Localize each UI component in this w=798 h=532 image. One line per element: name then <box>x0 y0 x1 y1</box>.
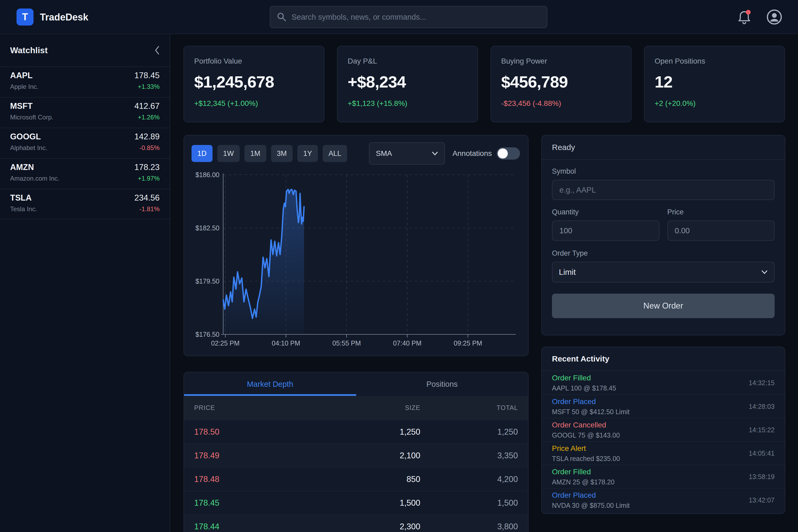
stat-card-value: +$8,234 <box>348 72 467 91</box>
new-order-button[interactable]: New Order <box>552 294 775 318</box>
watchlist-company: Alphabet Inc. <box>10 144 48 152</box>
depth-row[interactable]: 178.451,5001,500 <box>184 491 528 514</box>
chevron-left-icon <box>154 46 159 55</box>
app-logo: T <box>17 8 34 25</box>
watchlist-company: Microsoft Corp. <box>10 114 54 121</box>
timeframe-button-1m[interactable]: 1M <box>244 145 266 162</box>
column-size: SIZE <box>314 404 420 412</box>
watchlist-price: 142.89 <box>134 132 159 141</box>
timeframe-button-3m[interactable]: 3M <box>271 145 293 162</box>
depth-size: 2,300 <box>314 522 420 531</box>
depth-price: 178.49 <box>194 451 314 460</box>
search-input[interactable] <box>291 13 540 22</box>
column-total: TOTAL <box>420 404 518 412</box>
stat-card: Day P&L+$8,234+$1,123 (+15.8%) <box>337 46 478 122</box>
stat-card: Portfolio Value$1,245,678+$12,345 (+1.00… <box>184 46 324 122</box>
depth-total: 4,200 <box>420 475 518 484</box>
timeframe-button-1y[interactable]: 1Y <box>298 145 318 162</box>
watchlist-row[interactable]: TSLA234.56Tesla Inc.-1.81% <box>0 189 170 220</box>
timeframe-button-1d[interactable]: 1D <box>191 145 212 162</box>
watchlist-row[interactable]: AAPL178.45Apple Inc.+1.33% <box>0 66 170 97</box>
stat-card-value: $1,245,678 <box>194 72 314 91</box>
annotations-toggle[interactable] <box>497 147 520 159</box>
activity-time: 14:05:41 <box>749 450 775 457</box>
notifications-button[interactable] <box>737 9 752 25</box>
watchlist-items: AAPL178.45Apple Inc.+1.33%MSFT412.67Micr… <box>0 66 170 220</box>
activity-time: 14:28:03 <box>749 403 775 411</box>
tradedesk-app: T TradeDesk <box>0 0 798 532</box>
x-axis-label: 04:10 PM <box>271 339 300 347</box>
y-axis-label: $179.50 <box>195 278 220 285</box>
depth-row[interactable]: 178.492,1003,350 <box>184 443 528 467</box>
depth-row[interactable]: 178.488504,200 <box>184 467 528 491</box>
activity-status: Order Placed <box>552 491 630 499</box>
timeframe-button-1w[interactable]: 1W <box>217 145 240 162</box>
price-chart: $186.00$182.50$179.50$176.5002:25 PM04:1… <box>187 168 520 354</box>
activity-detail: MSFT 50 @ $412.50 Limit <box>552 408 630 416</box>
depth-size: 2,100 <box>314 451 420 460</box>
depth-tabs: Market Depth Positions <box>184 373 528 396</box>
timeframe-button-all[interactable]: ALL <box>323 145 347 162</box>
activity-item: Order PlacedMSFT 50 @ $412.50 Limit14:28… <box>542 395 785 418</box>
depth-total: 3,800 <box>420 522 518 531</box>
order-type-value: Limit <box>559 268 576 277</box>
order-type-select[interactable]: Limit <box>552 262 775 283</box>
watchlist-change: +1.97% <box>138 175 159 182</box>
stat-card-label: Open Positions <box>654 57 774 65</box>
annotations-label: Annotations <box>453 149 492 158</box>
watchlist-row[interactable]: GOOGL142.89Alphabet Inc.-0.85% <box>0 128 170 158</box>
activity-time: 14:32:15 <box>749 379 775 387</box>
price-field[interactable] <box>667 221 775 241</box>
stat-card: Open Positions12+2 (+20.0%) <box>644 46 785 122</box>
watchlist-company: Apple Inc. <box>10 83 39 91</box>
indicator-select[interactable]: SMA <box>369 142 445 165</box>
quantity-field[interactable] <box>552 221 660 241</box>
y-axis-label: $182.50 <box>195 224 220 232</box>
stat-card-delta: +$1,123 (+15.8%) <box>348 99 467 108</box>
activity-status: Order Placed <box>552 397 630 406</box>
watchlist-change: -0.85% <box>139 144 159 152</box>
activity-detail: NVDA 30 @ $875.00 Limit <box>552 502 630 509</box>
x-axis-label: 07:40 PM <box>393 339 421 347</box>
watchlist-sidebar: Watchlist AAPL178.45Apple Inc.+1.33%MSFT… <box>0 34 170 532</box>
watchlist-price: 178.45 <box>134 71 159 80</box>
watchlist-change: -1.81% <box>139 205 159 213</box>
collapse-sidebar-button[interactable] <box>154 46 159 55</box>
activity-detail: AMZN 25 @ $178.20 <box>552 478 614 486</box>
activity-title: Recent Activity <box>542 347 785 371</box>
watchlist-symbol: AAPL <box>10 71 33 80</box>
watchlist-row[interactable]: AMZN178.23Amazon.com Inc.+1.97% <box>0 158 170 189</box>
x-axis-label: 02:25 PM <box>211 339 240 347</box>
depth-price: 178.50 <box>194 427 314 437</box>
depth-row[interactable]: 178.442,3003,800 <box>184 514 528 532</box>
activity-item: Price AlertTSLA reached $235.0014:05:41 <box>542 441 785 465</box>
watchlist-price: 234.56 <box>134 193 159 203</box>
topbar-icons <box>737 0 783 34</box>
tab-positions[interactable]: Positions <box>356 373 528 396</box>
stat-card-value: $456,789 <box>501 72 621 91</box>
watchlist-row[interactable]: MSFT412.67Microsoft Corp.+1.26% <box>0 97 170 128</box>
depth-size: 1,500 <box>314 498 420 508</box>
price-label: Price <box>667 208 775 216</box>
symbol-field[interactable] <box>552 180 775 200</box>
activity-status: Price Alert <box>552 444 620 453</box>
logo-letter: T <box>22 12 28 23</box>
depth-table-body: 178.501,2501,250178.492,1003,350178.4885… <box>184 420 528 532</box>
depth-table-header: PRICE SIZE TOTAL <box>184 396 528 420</box>
y-axis-label: $176.50 <box>195 331 220 338</box>
depth-row[interactable]: 178.501,2501,250 <box>184 420 528 443</box>
order-form: Symbol Quantity Price Order Type Limit N… <box>542 160 785 318</box>
watchlist-change: +1.26% <box>138 114 159 121</box>
tab-market-depth[interactable]: Market Depth <box>184 373 356 396</box>
watchlist-symbol: TSLA <box>10 193 32 203</box>
order-status: Ready <box>542 135 785 160</box>
price-chart-panel: 1D1W1M3M1YALL SMA Annotations $186.00$18… <box>184 135 529 356</box>
depth-total: 3,350 <box>420 451 518 460</box>
search-bar[interactable] <box>270 6 547 28</box>
activity-item: Order FilledAMZN 25 @ $178.2013:58:19 <box>542 465 785 488</box>
activity-item: Order FilledAAPL 100 @ $178.4514:32:15 <box>542 371 785 395</box>
stat-card-label: Day P&L <box>348 57 467 65</box>
user-menu-button[interactable] <box>766 9 783 25</box>
activity-status: Order Filled <box>552 468 614 476</box>
activity-detail: GOOGL 75 @ $143.00 <box>552 432 620 439</box>
